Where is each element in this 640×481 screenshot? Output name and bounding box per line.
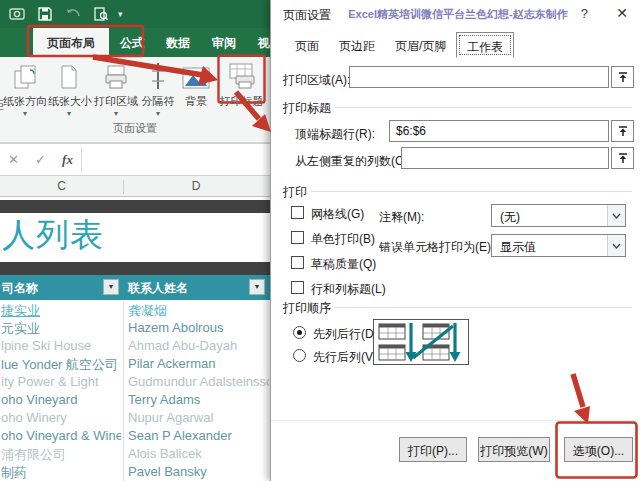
insert-function-icon[interactable]: fx [54,152,81,168]
dropdown-chevron-icon [607,205,625,226]
black-and-white-label: 单色打印(B) [311,231,375,248]
grid-line [123,301,124,481]
screenshot-icon[interactable] [8,5,26,23]
column-header-d[interactable]: D [124,179,268,193]
help-button[interactable]: ? [581,6,588,21]
excel-window: ▾ 页面布局 公式 数据 审阅 视图 距 纸张方向 ▾ 纸张大小 [0,0,270,481]
collapse-dialog-button[interactable] [611,120,634,142]
dropdown-caret-icon: ▾ [48,110,90,118]
ribbon-tab-page-layout[interactable]: 页面布局 [33,28,109,57]
watermark-text: Excel精英培训微信平台兰色幻想-赵志东制作 [333,7,583,22]
background-icon [180,60,212,90]
print-area-input[interactable] [349,66,609,88]
print-titles-section-label: 打印标题 [283,100,331,117]
comments-dropdown[interactable]: (无) [491,204,626,227]
qat-dropdown-icon[interactable]: ▾ [118,9,123,19]
table-header-company: 司名称 [2,280,38,297]
print-area-icon [94,60,138,90]
left-columns-input[interactable] [401,147,609,169]
down-then-over-label: 先列后行(D) [313,326,378,343]
down-then-over-radio[interactable] [293,326,306,339]
dialog-title: 页面设置 [283,7,331,24]
column-header-c[interactable]: C [0,179,123,193]
cancel-icon[interactable]: ✕ [0,152,27,167]
dropdown-caret-icon: ▾ [2,110,48,118]
draft-quality-checkbox[interactable] [291,256,304,269]
print-titles-icon [219,60,264,90]
collapse-dialog-icon [617,152,629,164]
screenshot-root: ▾ 页面布局 公式 数据 审阅 视图 距 纸张方向 ▾ 纸张大小 [0,0,640,481]
dropdown-chevron-icon [607,235,625,256]
orientation-button[interactable]: 纸张方向 ▾ [2,60,48,122]
print-preview-icon[interactable] [92,5,110,23]
table-row: 捷实业龚凝烟 [0,301,270,319]
print-area-label: 打印区域(A): [283,72,350,89]
excel-titlebar: ▾ [0,0,270,28]
formula-input[interactable] [82,144,270,175]
table-row: 浦有限公司Alois Balicek [0,445,270,463]
section-divider [335,307,632,308]
table-row: oho WineryNupur Agarwal [0,409,270,427]
dialog-tab-bar: 页面 页边距 页眉/页脚 工作表 [285,32,514,58]
ribbon-tab-review[interactable]: 审阅 [201,28,247,57]
undo-icon[interactable] [64,5,82,23]
over-then-down-radio[interactable] [293,349,306,362]
cell-errors-dropdown[interactable]: 显示值 [491,234,626,257]
comments-label: 注释(M): [379,209,424,226]
table-header-row: 司名称 ▾ 联系人姓名 ▾ [0,275,270,300]
dialog-tab-header-footer[interactable]: 页眉/页脚 [385,32,456,58]
print-preview-button[interactable]: 打印预览(W) [478,437,550,462]
ribbon-tab-formulas[interactable]: 公式 [109,28,155,57]
close-button[interactable]: ✕ [616,5,628,21]
page-order-preview-image [373,319,469,369]
table-row: lue Yonder 航空公司Pilar Ackerman [0,355,270,373]
breaks-button[interactable]: 分隔符 ▾ [138,60,178,122]
dialog-tab-page[interactable]: 页面 [285,32,329,58]
gridlines-label: 网格线(G) [311,206,364,223]
filter-dropdown-icon[interactable]: ▾ [103,279,119,295]
page-setup-dialog: 页面设置 Excel精英培训微信平台兰色幻想-赵志东制作 ? ✕ 页面 页边距 … [270,0,640,481]
dialog-tab-margins[interactable]: 页边距 [329,32,385,58]
paper-size-button[interactable]: 纸张大小 ▾ [48,60,90,122]
print-area-button[interactable]: 打印区域 ▾ [94,60,138,122]
row-column-headings-checkbox[interactable] [291,281,304,294]
collapse-dialog-button[interactable] [611,66,634,88]
formula-bar: ✕ ✓ fx [0,143,270,176]
ribbon-group-label: 页面设置 [0,121,270,136]
ribbon-tab-bar: 页面布局 公式 数据 审阅 视图 [0,28,270,57]
table-row: ity Power & LightGudmundur Adalsteinsson [0,373,270,391]
paper-size-icon [48,60,90,90]
black-and-white-checkbox[interactable] [291,231,304,244]
collapse-dialog-icon [617,125,629,137]
ribbon-tab-data[interactable]: 数据 [155,28,201,57]
table-header-contact: 联系人姓名 [128,280,188,297]
save-icon[interactable] [36,5,54,23]
cell-errors-label: 错误单元格打印为(E): [379,239,494,256]
top-rows-input[interactable]: $6:$6 [389,120,609,142]
left-columns-label: 从左侧重复的列数(C): [295,153,411,170]
collapse-dialog-icon [617,71,629,83]
collapse-dialog-button[interactable] [611,147,634,169]
section-divider [311,191,632,192]
dropdown-caret-icon: ▾ [94,110,138,118]
dark-row-band [0,200,270,213]
page-orientation-icon [2,60,48,90]
table-row: 元实业Hazem Abolrous [0,319,270,337]
dialog-titlebar: 页面设置 Excel精英培训微信平台兰色幻想-赵志东制作 ? ✕ [271,0,640,26]
dialog-tab-sheet[interactable]: 工作表 [456,32,514,58]
print-button[interactable]: 打印(P)... [399,437,467,462]
gridlines-checkbox[interactable] [291,206,304,219]
over-then-down-label: 先行后列(V) [313,349,377,366]
background-button[interactable]: 背景 [180,60,212,122]
column-divider [123,180,124,194]
options-button[interactable]: 选项(O)... [564,437,633,462]
column-headers: C D [0,176,270,197]
top-rows-label: 顶端标题行(R): [295,126,375,143]
print-section-label: 打印 [283,184,307,201]
enter-icon[interactable]: ✓ [27,152,54,167]
print-titles-button[interactable]: 打印标题 [219,60,264,122]
table-row: lpine Ski HouseAhmad Abu-Dayah [0,337,270,355]
filter-dropdown-icon[interactable]: ▾ [249,279,265,295]
table-row: 制药Pavel Bansky [0,463,270,481]
table-row: oho Vineyard & WinerySean P Alexander [0,427,270,445]
